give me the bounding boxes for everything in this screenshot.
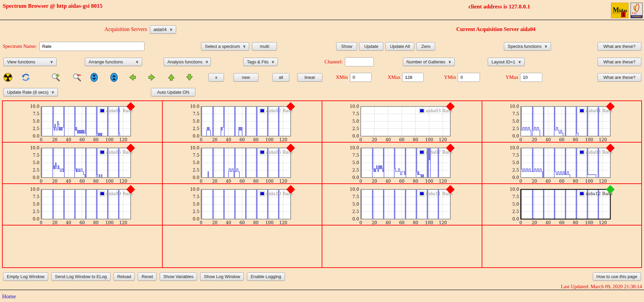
spectrum-chart-aida07[interactable]: 10.07.55.02.50.0020406080100120aida07 Ra…: [323, 146, 456, 183]
svg-text:80: 80: [93, 137, 98, 142]
compress-vertical-icon[interactable]: [90, 73, 99, 82]
update-all-button[interactable]: Update All: [385, 42, 414, 51]
spectrum-chart-aida04[interactable]: 10.07.55.02.50.0020406080100120aida04 Ra…: [483, 104, 616, 142]
xmin-input[interactable]: [350, 73, 372, 82]
svg-text:10.0: 10.0: [190, 104, 199, 109]
gallery-cell-aida11[interactable]: 10.07.55.02.50.0020406080100120aida11 Ra…: [322, 184, 482, 225]
svg-text:40: 40: [226, 220, 231, 225]
spectrum-chart-aida09[interactable]: 10.07.55.02.50.0020406080100120aida09 Ra…: [3, 187, 137, 225]
gallery-cell-aida09[interactable]: 10.07.55.02.50.0020406080100120aida09 Ra…: [2, 184, 162, 225]
svg-text:10.0: 10.0: [30, 145, 39, 150]
what-are-these-button-3[interactable]: What are these?: [598, 73, 641, 82]
svg-text:2.5: 2.5: [33, 168, 39, 173]
arrow-up-icon[interactable]: [167, 73, 176, 82]
what-are-these-button-1[interactable]: What are these?: [598, 42, 641, 51]
spectra-functions-dropdown[interactable]: Spectra functions: [504, 42, 551, 51]
gallery-cell-aida01[interactable]: 10.07.55.02.50.0020406080100120aida01 Ra…: [2, 101, 162, 142]
svg-text:0: 0: [359, 137, 362, 142]
gallery-cell-aida07[interactable]: 10.07.55.02.50.0020406080100120aida07 Ra…: [322, 142, 482, 184]
empty-log-window-button[interactable]: Empty Log Window: [3, 272, 48, 281]
svg-text:10.0: 10.0: [350, 145, 359, 150]
svg-text:2.5: 2.5: [352, 209, 359, 214]
what-are-these-button-2[interactable]: What are these?: [598, 58, 641, 66]
svg-text:40: 40: [385, 179, 391, 184]
gallery-cell-aida10[interactable]: 10.07.55.02.50.0020406080100120aida10 Ra…: [162, 184, 322, 225]
spectrum-chart-aida08[interactable]: 10.07.55.02.50.0020406080100120aida08 Ra…: [483, 146, 616, 183]
ymin-input[interactable]: [458, 73, 480, 82]
zoom-out-icon[interactable]: [72, 73, 82, 82]
tags-fits-dropdown[interactable]: Tags & Fits: [243, 58, 278, 66]
arrange-functions-dropdown[interactable]: Arrange functions: [85, 58, 142, 66]
spectrum-name-input[interactable]: [39, 42, 144, 51]
spectrum-chart-aida10[interactable]: 10.07.55.02.50.0020406080100120aida10 Ra…: [163, 187, 297, 225]
svg-text:40: 40: [545, 220, 551, 225]
view-functions-dropdown[interactable]: View functions: [3, 58, 57, 66]
svg-text:7.5: 7.5: [352, 111, 359, 116]
radiation-warning-icon[interactable]: [3, 73, 12, 82]
svg-text:0: 0: [200, 179, 202, 184]
expand-vertical-icon[interactable]: [109, 73, 119, 82]
new-button[interactable]: new: [233, 73, 258, 82]
xmin-label: XMin: [336, 74, 348, 80]
ymax-input[interactable]: [520, 73, 542, 82]
select-spectrum-dropdown[interactable]: Select a spectrum: [201, 42, 249, 51]
svg-text:2.5: 2.5: [512, 126, 519, 131]
analysis-functions-dropdown[interactable]: Analysis functions: [164, 58, 211, 66]
enable-logging-button[interactable]: Enable Logging: [247, 272, 285, 281]
svg-text:5.0: 5.0: [33, 160, 39, 165]
arrow-down-icon[interactable]: [185, 73, 194, 82]
multi-button[interactable]: multi: [252, 42, 277, 51]
svg-text:60: 60: [239, 220, 245, 225]
spectrum-chart-aida05[interactable]: 10.07.55.02.50.0020406080100120aida05 Ra…: [3, 146, 137, 183]
all-button[interactable]: all: [272, 73, 289, 82]
spectrum-chart-aida11[interactable]: 10.07.55.02.50.0020406080100120aida11 Ra…: [323, 187, 456, 225]
svg-text:0.0: 0.0: [33, 175, 39, 180]
reload-button[interactable]: Reload: [114, 272, 135, 281]
refresh-icon[interactable]: [21, 73, 30, 82]
spectrum-chart-aida12[interactable]: 10.07.55.02.50.0020406080100120aida12 Ra…: [483, 187, 616, 225]
spectrum-chart-aida06[interactable]: 10.07.55.02.50.0020406080100120aida06 Ra…: [163, 146, 297, 183]
svg-text:80: 80: [413, 179, 418, 184]
spectrum-chart-aida03[interactable]: 10.07.55.02.50.0020406080100120aida03 Ra…: [323, 104, 456, 142]
svg-text:80: 80: [253, 137, 258, 142]
linear-button[interactable]: linear: [297, 73, 322, 82]
spectrum-chart-aida01[interactable]: 10.07.55.02.50.0020406080100120aida01 Ra…: [3, 104, 137, 142]
auto-update-button[interactable]: Auto Update ON: [151, 88, 195, 96]
gallery-cell-aida12[interactable]: 10.07.55.02.50.0020406080100120aida12 Ra…: [482, 184, 642, 225]
update-button[interactable]: Update: [359, 42, 383, 51]
svg-text:0.0: 0.0: [512, 175, 519, 180]
update-rate-dropdown[interactable]: Update Rate (8 secs): [3, 88, 58, 96]
spectrum-chart-aida02[interactable]: 10.07.55.02.50.0020406080100120aida02 Ra…: [163, 104, 297, 142]
svg-text:100: 100: [105, 137, 114, 142]
arrow-left-icon[interactable]: [128, 73, 137, 82]
send-log-to-elog-button[interactable]: Send Log Window to ELog: [51, 272, 110, 281]
arrow-right-icon[interactable]: [147, 73, 156, 82]
gallery-cell-aida06[interactable]: 10.07.55.02.50.0020406080100120aida06 Ra…: [162, 142, 322, 184]
gallery-cell-aida05[interactable]: 10.07.55.02.50.0020406080100120aida05 Ra…: [2, 142, 162, 184]
zero-button[interactable]: Zero: [416, 42, 435, 51]
gallery-cell-aida03[interactable]: 10.07.55.02.50.0020406080100120aida03 Ra…: [322, 101, 482, 142]
svg-text:100: 100: [585, 179, 593, 184]
spectra-gallery: 10.07.55.02.50.0020406080100120aida01 Ra…: [2, 100, 642, 268]
layout-id-dropdown[interactable]: Layout ID=1: [488, 58, 525, 66]
gallery-cell-aida02[interactable]: 10.07.55.02.50.0020406080100120aida02 Ra…: [162, 101, 322, 142]
home-link[interactable]: Home: [2, 294, 16, 299]
svg-text:0.0: 0.0: [352, 133, 359, 139]
x-axis-button[interactable]: x: [208, 73, 224, 82]
svg-text:100: 100: [105, 220, 114, 225]
show-variables-button[interactable]: Show Variables: [160, 272, 197, 281]
number-of-galleries-dropdown[interactable]: Number of Galleries: [403, 58, 455, 66]
gallery-cell-aida08[interactable]: 10.07.55.02.50.0020406080100120aida08 Ra…: [482, 142, 642, 184]
gallery-cell-aida04[interactable]: 10.07.55.02.50.0020406080100120aida04 Ra…: [482, 101, 642, 142]
svg-text:0: 0: [40, 137, 42, 142]
show-log-window-button[interactable]: Show Log Window: [200, 272, 244, 281]
xmax-input[interactable]: [402, 73, 424, 82]
gallery-cell-empty: [482, 225, 642, 268]
reset-button[interactable]: Reset: [138, 272, 157, 281]
show-button[interactable]: Show: [336, 42, 357, 51]
acquisition-server-select[interactable]: aida04: [150, 25, 176, 34]
channel-input[interactable]: [345, 57, 374, 66]
how-to-use-button[interactable]: How to use this page: [593, 272, 641, 281]
svg-text:10.0: 10.0: [510, 187, 519, 192]
zoom-in-icon[interactable]: [51, 73, 60, 82]
